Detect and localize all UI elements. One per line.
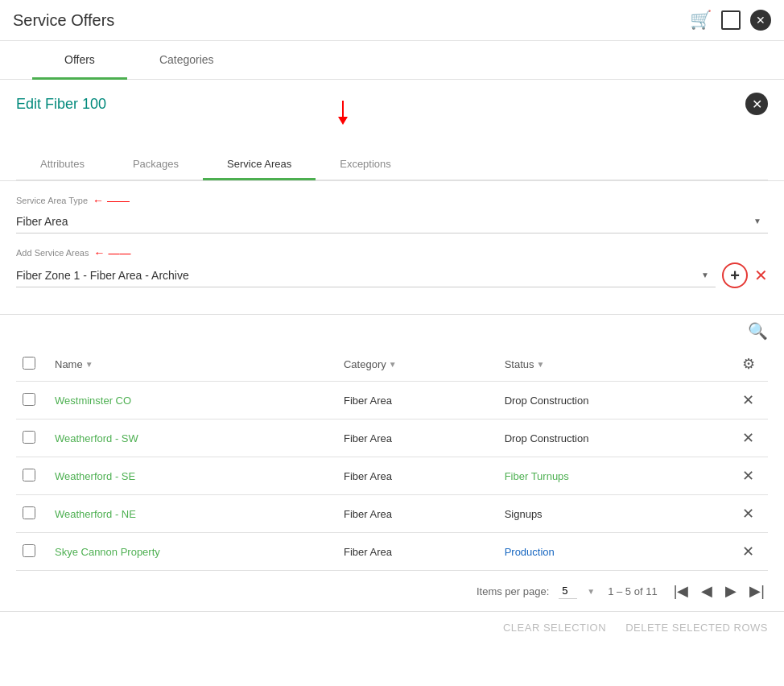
th-category[interactable]: Category ▼ <box>337 347 498 382</box>
row-remove-button[interactable]: ✕ <box>742 468 754 484</box>
form-area: Service Area Type ← —— Fiber Area Add Se… <box>0 181 784 315</box>
service-area-type-select[interactable]: Fiber Area <box>16 210 768 233</box>
service-area-type-group: Service Area Type ← —— Fiber Area <box>16 194 768 233</box>
select-all-header <box>16 347 48 382</box>
settings-icon[interactable]: ⚙ <box>742 356 755 372</box>
row-checkbox-4[interactable] <box>23 544 35 557</box>
close-edit-icon: ✕ <box>752 97 762 112</box>
row-checkbox-cell <box>16 533 48 571</box>
row-checkbox-1[interactable] <box>23 431 35 444</box>
prev-page-button[interactable]: ◀ <box>698 581 716 601</box>
red-arrow-type: ← —— <box>93 194 130 207</box>
close-edit-button[interactable]: ✕ <box>745 93 768 115</box>
th-status[interactable]: Status ▼ <box>498 347 736 382</box>
header-icons: 🛒 ✕ <box>690 10 771 31</box>
row-name[interactable]: Weatherford - SE <box>48 457 337 495</box>
items-per-page-label: Items per page: <box>477 585 549 597</box>
service-area-type-select-wrapper: Fiber Area <box>16 210 768 233</box>
table-row: Weatherford - SE Fiber Area Fiber Turnup… <box>16 457 768 495</box>
table-row: Weatherford - NE Fiber Area Signups ✕ <box>16 495 768 533</box>
tab-categories[interactable]: Categories <box>127 42 246 80</box>
edit-header: Edit Fiber 100 ✕ <box>16 93 768 115</box>
category-sort-icon: ▼ <box>389 360 397 369</box>
tab-attributes[interactable]: Attributes <box>16 150 109 180</box>
app-header: Service Offers 🛒 ✕ <box>0 0 784 41</box>
row-checkbox-3[interactable] <box>23 506 35 519</box>
add-service-areas-group: Add Service Areas ← —— Fiber Zone 1 - Fi… <box>16 246 768 288</box>
tab-exceptions[interactable]: Exceptions <box>316 150 415 180</box>
add-service-areas-label: Add Service Areas ← —— <box>16 246 768 259</box>
first-page-button[interactable]: |◀ <box>671 581 692 601</box>
row-remove-cell: ✕ <box>736 457 768 495</box>
tab-offers[interactable]: Offers <box>32 42 127 80</box>
row-status: Fiber Turnups <box>498 457 736 495</box>
last-page-button[interactable]: ▶| <box>746 581 768 601</box>
th-name[interactable]: Name ▼ <box>48 347 337 382</box>
row-status: Signups <box>498 495 736 533</box>
service-areas-table: Name ▼ Category ▼ Status ▼ <box>16 347 768 571</box>
row-status: Drop Construction <box>498 419 736 457</box>
row-remove-button[interactable]: ✕ <box>742 543 754 560</box>
row-remove-cell: ✕ <box>736 495 768 533</box>
square-icon[interactable] <box>721 10 741 30</box>
row-checkbox-cell <box>16 419 48 457</box>
row-category: Fiber Area <box>337 533 498 571</box>
items-per-page-select[interactable]: 5 10 25 <box>559 583 577 599</box>
app-title: Service Offers <box>13 11 114 30</box>
row-name[interactable]: Westminster CO <box>48 382 337 419</box>
table-section: 🔍 Name ▼ Category ▼ <box>0 315 784 571</box>
status-sort-icon: ▼ <box>537 360 545 369</box>
add-service-area-button[interactable]: + <box>722 262 748 288</box>
row-name[interactable]: Weatherford - NE <box>48 495 337 533</box>
row-checkbox-0[interactable] <box>23 393 35 406</box>
row-name[interactable]: Skye Cannon Property <box>48 533 337 571</box>
add-service-areas-select[interactable]: Fiber Zone 1 - Fiber Area - Archive <box>16 264 716 287</box>
pagination: Items per page: 5 10 25 ▼ 1 – 5 of 11 |◀… <box>0 571 784 611</box>
clear-selection-button[interactable]: CLEAR SELECTION <box>503 622 606 634</box>
row-category: Fiber Area <box>337 419 498 457</box>
select-all-checkbox[interactable] <box>23 357 35 370</box>
add-service-areas-row: Fiber Zone 1 - Fiber Area - Archive + ✕ <box>16 262 768 288</box>
row-remove-cell: ✕ <box>736 382 768 419</box>
row-category: Fiber Area <box>337 382 498 419</box>
tab-service-areas[interactable]: Service Areas <box>203 150 316 180</box>
per-page-dropdown-icon: ▼ <box>587 587 595 596</box>
row-status: Production <box>498 533 736 571</box>
row-category: Fiber Area <box>337 495 498 533</box>
row-checkbox-2[interactable] <box>23 469 35 481</box>
row-status: Drop Construction <box>498 382 736 419</box>
row-checkbox-cell <box>16 382 48 419</box>
remove-service-area-button[interactable]: ✕ <box>754 266 768 285</box>
table-toolbar: 🔍 <box>16 315 768 347</box>
th-settings: ⚙ <box>736 347 768 382</box>
panel-footer: CLEAR SELECTION DELETE SELECTED ROWS <box>0 611 784 643</box>
table-row: Skye Cannon Property Fiber Area Producti… <box>16 533 768 571</box>
table-row: Weatherford - SW Fiber Area Drop Constru… <box>16 419 768 457</box>
edit-panel: Edit Fiber 100 ✕ Attributes Packages Ser… <box>0 80 784 181</box>
row-remove-button[interactable]: ✕ <box>742 506 754 522</box>
next-page-button[interactable]: ▶ <box>722 581 740 601</box>
row-checkbox-cell <box>16 457 48 495</box>
row-remove-button[interactable]: ✕ <box>742 392 754 408</box>
top-tabs: Offers Categories <box>0 41 784 80</box>
sub-tabs: Attributes Packages Service Areas Except… <box>16 149 768 180</box>
red-arrow-add: ← —— <box>94 246 131 259</box>
row-remove-button[interactable]: ✕ <box>742 430 754 446</box>
row-remove-cell: ✕ <box>736 419 768 457</box>
row-category: Fiber Area <box>337 457 498 495</box>
row-checkbox-cell <box>16 495 48 533</box>
close-header-icon[interactable]: ✕ <box>750 10 771 31</box>
page-range: 1 – 5 of 11 <box>608 585 657 597</box>
add-service-areas-select-wrapper: Fiber Zone 1 - Fiber Area - Archive <box>16 264 716 287</box>
edit-title: Edit Fiber 100 <box>16 96 106 113</box>
row-remove-cell: ✕ <box>736 533 768 571</box>
delete-selected-rows-button[interactable]: DELETE SELECTED ROWS <box>625 622 768 634</box>
service-area-type-label: Service Area Type ← —— <box>16 194 768 207</box>
search-icon[interactable]: 🔍 <box>748 321 768 341</box>
cart-icon[interactable]: 🛒 <box>690 10 712 31</box>
tab-packages[interactable]: Packages <box>109 150 203 180</box>
row-name[interactable]: Weatherford - SW <box>48 419 337 457</box>
table-row: Westminster CO Fiber Area Drop Construct… <box>16 382 768 419</box>
name-sort-icon: ▼ <box>85 360 93 369</box>
